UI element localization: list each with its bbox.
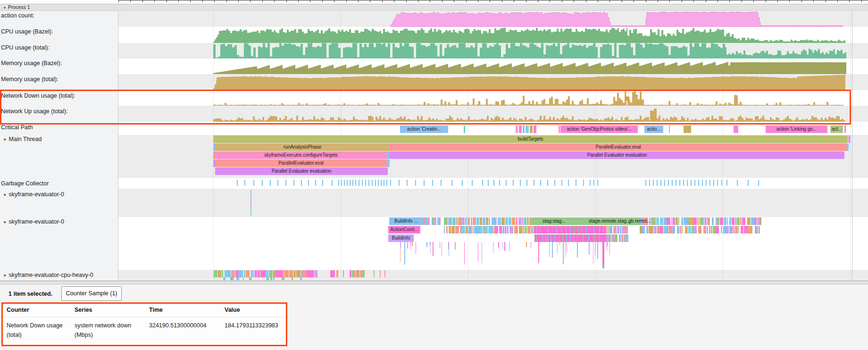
- gc-tick[interactable]: [244, 180, 245, 186]
- dense-slice[interactable]: [516, 217, 517, 225]
- hanging-slice[interactable]: [464, 242, 465, 265]
- gc-tick[interactable]: [649, 180, 650, 186]
- gc-tick[interactable]: [709, 180, 710, 186]
- gc-tick[interactable]: [694, 180, 695, 186]
- gc-tick[interactable]: [332, 180, 333, 186]
- dense-slice[interactable]: [484, 226, 488, 233]
- counter-sample-table[interactable]: CounterSeriesTimeValueNetwork Down usage…: [1, 302, 287, 346]
- dense-slice[interactable]: [452, 217, 456, 225]
- gc-tick[interactable]: [561, 180, 562, 186]
- gc-tick[interactable]: [679, 180, 680, 186]
- dense-slice[interactable]: [713, 226, 716, 233]
- dense-slice[interactable]: [619, 234, 621, 242]
- hanging-slice[interactable]: [563, 242, 564, 264]
- dense-slice[interactable]: [439, 217, 441, 225]
- hanging-slice[interactable]: [430, 242, 431, 245]
- cpu-heavy-subrow-slice[interactable]: [243, 277, 244, 280]
- gc-tick[interactable]: [657, 180, 658, 186]
- main-thread-slice[interactable]: Parallel Evaluator evaluation: [215, 167, 388, 175]
- dense-slice[interactable]: [467, 217, 470, 225]
- dense-slice[interactable]: [527, 217, 529, 225]
- cpu-heavy-slice[interactable]: [380, 270, 381, 277]
- dense-slice[interactable]: [509, 217, 511, 225]
- hanging-slice[interactable]: [498, 242, 499, 248]
- dense-slice[interactable]: [729, 226, 731, 233]
- gc-tick[interactable]: [660, 180, 661, 186]
- dense-slice[interactable]: [480, 226, 483, 233]
- dense-slice[interactable]: [471, 217, 472, 225]
- dense-slice[interactable]: [711, 226, 712, 233]
- dense-slice[interactable]: [690, 226, 691, 233]
- sidebar-track-cpu-usage-bazel[interactable]: CPU usage (Bazel):: [1, 28, 53, 35]
- main-thread-slice[interactable]: ParallelEvaluator.eval: [215, 159, 387, 167]
- gc-tick[interactable]: [355, 180, 356, 186]
- dense-slice[interactable]: [461, 226, 465, 233]
- gc-tick[interactable]: [726, 180, 727, 186]
- dense-slice[interactable]: [723, 226, 726, 233]
- gc-tick[interactable]: [672, 180, 673, 186]
- gc-tick[interactable]: [347, 180, 348, 186]
- dense-slice[interactable]: [518, 217, 522, 225]
- cpu-heavy-slice[interactable]: [384, 270, 385, 277]
- dense-slice[interactable]: [646, 226, 648, 233]
- cpu-heavy-subrow-slice[interactable]: [249, 277, 251, 280]
- hanging-slice[interactable]: [593, 242, 594, 264]
- dense-slice[interactable]: [505, 217, 509, 225]
- dense-slice[interactable]: [474, 226, 476, 233]
- dense-slice[interactable]: [225, 270, 228, 277]
- dense-slice[interactable]: [626, 234, 628, 242]
- gc-tick[interactable]: [653, 180, 654, 186]
- hanging-slice[interactable]: [577, 242, 578, 258]
- gc-tick[interactable]: [415, 180, 416, 186]
- sidebar-track-memory-usage-bazel[interactable]: Memory usage (Bazel):: [1, 60, 62, 67]
- hanging-slice[interactable]: [426, 242, 427, 247]
- gc-tick[interactable]: [593, 180, 594, 186]
- dense-slice[interactable]: [622, 226, 625, 233]
- dense-slice[interactable]: [315, 270, 317, 277]
- hanging-slice[interactable]: [538, 242, 539, 263]
- dense-slice[interactable]: [238, 270, 243, 277]
- sidebar-track-network-down-usage-total[interactable]: Network Down usage (total):: [1, 92, 75, 99]
- cpu-heavy-subrow-slice[interactable]: [267, 277, 269, 280]
- collapse-arrow-icon[interactable]: ▾: [4, 192, 6, 197]
- dense-slice[interactable]: [434, 217, 436, 225]
- main-thread-slice[interactable]: [387, 159, 390, 167]
- dense-slice[interactable]: [747, 226, 750, 233]
- dense-slice[interactable]: [461, 217, 465, 225]
- dense-slice[interactable]: [255, 270, 258, 277]
- dense-slice[interactable]: [732, 217, 734, 225]
- dense-slice[interactable]: [657, 226, 660, 233]
- cpu-heavy-subrow-slice[interactable]: [236, 277, 239, 280]
- dense-slice[interactable]: [501, 217, 505, 225]
- gc-tick[interactable]: [381, 180, 382, 186]
- dense-slice[interactable]: [512, 217, 516, 225]
- hanging-slice[interactable]: [589, 242, 590, 255]
- dense-slice[interactable]: [741, 226, 743, 233]
- gc-tick[interactable]: [372, 180, 373, 186]
- dense-slice[interactable]: [760, 217, 761, 225]
- dense-slice[interactable]: [456, 217, 458, 225]
- cpu-heavy-subrow-slice[interactable]: [223, 277, 225, 280]
- collapse-arrow-icon[interactable]: ▾: [4, 5, 6, 11]
- hanging-slice[interactable]: [502, 242, 503, 250]
- dense-slice[interactable]: [651, 217, 652, 225]
- critical-path-slice[interactable]: [559, 125, 560, 133]
- dense-slice[interactable]: [260, 270, 266, 277]
- dense-slice[interactable]: [720, 217, 723, 225]
- dense-slice[interactable]: [692, 226, 693, 233]
- dense-slice[interactable]: [708, 217, 710, 225]
- critical-path-slice[interactable]: [734, 125, 738, 133]
- dense-slice[interactable]: [709, 226, 710, 233]
- dense-slice[interactable]: [427, 217, 430, 225]
- dense-slice[interactable]: [656, 217, 659, 225]
- hanging-slice[interactable]: [404, 242, 405, 265]
- dense-slice[interactable]: [423, 217, 426, 225]
- sidebar-track-cpu-usage-total[interactable]: CPU usage (total):: [1, 44, 50, 51]
- dense-slice[interactable]: [703, 226, 706, 233]
- gc-tick[interactable]: [698, 180, 699, 186]
- gc-tick[interactable]: [597, 180, 598, 186]
- gc-tick[interactable]: [359, 180, 359, 186]
- cpu-heavy-subrow-slice[interactable]: [300, 277, 302, 280]
- hanging-slice[interactable]: [549, 242, 550, 257]
- dense-slice[interactable]: [458, 217, 461, 225]
